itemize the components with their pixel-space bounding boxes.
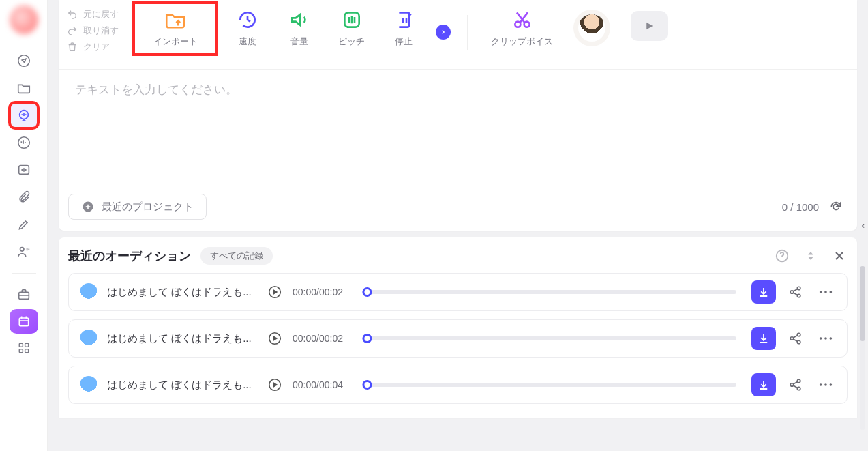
scissors-icon: [511, 8, 534, 31]
row-play-button[interactable]: [267, 330, 283, 347]
volume-button[interactable]: 音量: [280, 4, 319, 53]
help-button[interactable]: [774, 248, 790, 264]
scrollbar-thumb[interactable]: [860, 266, 865, 341]
folder-import-icon: [164, 8, 187, 31]
sidebar-item-voice-active[interactable]: [10, 102, 38, 128]
sort-button[interactable]: [803, 248, 819, 264]
row-progress-knob[interactable]: [362, 287, 372, 297]
voice-avatar[interactable]: [573, 10, 610, 46]
redo-button[interactable]: 取り消す: [67, 23, 131, 38]
sidebar: [0, 0, 48, 451]
row-time: 00:00/00:04: [293, 379, 351, 390]
pitch-label: ピッチ: [338, 35, 365, 48]
row-progress-track[interactable]: [366, 290, 736, 294]
sidebar-divider: [12, 273, 36, 274]
close-button[interactable]: [831, 248, 848, 264]
speed-icon: [236, 8, 259, 31]
svg-rect-6: [19, 318, 28, 326]
svg-point-28: [824, 337, 827, 340]
sidebar-item-briefcase[interactable]: [10, 282, 38, 308]
svg-point-21: [824, 291, 827, 293]
speed-button[interactable]: 速度: [228, 4, 267, 53]
editor-bottom-row: 最近のプロジェクト 0 / 1000: [59, 187, 857, 231]
row-more-button[interactable]: [815, 328, 836, 349]
row-progress-track[interactable]: [366, 383, 736, 387]
volume-label: 音量: [290, 35, 308, 48]
toolbar-divider: [467, 15, 468, 50]
counter-current: 0: [782, 201, 788, 213]
auditions-title: 最近のオーディション: [68, 248, 191, 264]
row-avatar: [80, 330, 98, 347]
row-share-button[interactable]: [785, 375, 806, 395]
row-play-button[interactable]: [267, 377, 283, 393]
row-progress-knob[interactable]: [362, 334, 372, 343]
svg-point-27: [820, 337, 822, 340]
row-more-button[interactable]: [815, 375, 836, 395]
row-download-button[interactable]: [751, 373, 776, 396]
sidebar-item-waveform[interactable]: [10, 130, 38, 156]
svg-point-34: [820, 383, 822, 386]
row-title: はじめまして ぼくはドラえも...: [107, 379, 257, 392]
clip-voice-label: クリップボイス: [491, 35, 553, 48]
svg-rect-10: [25, 349, 28, 353]
pitch-button[interactable]: ピッチ: [331, 4, 372, 53]
sidebar-item-compass[interactable]: [10, 48, 38, 74]
recent-projects-label: 最近のプロジェクト: [102, 201, 194, 214]
play-button[interactable]: [631, 11, 668, 41]
svg-point-20: [820, 291, 822, 293]
row-download-button[interactable]: [751, 280, 776, 304]
row-play-button[interactable]: [267, 284, 283, 300]
pause-label: 停止: [395, 35, 413, 48]
sidebar-item-attachment[interactable]: [10, 184, 38, 210]
row-download-button[interactable]: [751, 327, 776, 350]
row-progress-knob[interactable]: [362, 380, 372, 390]
svg-point-4: [20, 248, 24, 252]
toolbar-more-chevron[interactable]: [436, 25, 451, 40]
sidebar-item-pen[interactable]: [10, 212, 38, 237]
toolbar: 元に戻す 取り消す クリア: [59, 0, 857, 70]
svg-point-35: [824, 383, 827, 386]
sidebar-item-folder[interactable]: [10, 75, 38, 101]
volume-icon: [288, 8, 311, 31]
pitch-icon: [340, 8, 363, 31]
svg-rect-9: [19, 349, 23, 353]
clip-voice-button[interactable]: クリップボイス: [484, 4, 560, 53]
row-share-button[interactable]: [785, 282, 806, 302]
recent-projects-button[interactable]: 最近のプロジェクト: [68, 194, 207, 220]
svg-point-2: [18, 137, 29, 149]
pause-button[interactable]: 停止: [384, 4, 423, 53]
import-button[interactable]: インポート: [135, 4, 215, 53]
editor-card: 元に戻す 取り消す クリア: [59, 0, 857, 231]
clear-button[interactable]: クリア: [67, 40, 131, 55]
counter-max: 1000: [796, 201, 819, 213]
refresh-button[interactable]: [828, 199, 843, 214]
all-records-pill[interactable]: すべての記録: [200, 247, 273, 265]
vertical-scrollbar[interactable]: [860, 266, 865, 430]
row-title: はじめまして ぼくはドラえも...: [107, 332, 257, 345]
row-progress-track[interactable]: [366, 336, 736, 340]
svg-rect-7: [19, 343, 23, 347]
auditions-panel: 最近のオーディション すべての記録 はじめまして ぼくはドラえも...: [59, 237, 857, 418]
row-time: 00:00/00:02: [293, 333, 351, 344]
svg-point-13: [524, 22, 529, 27]
auditions-header: 最近のオーディション すべての記録: [68, 247, 848, 265]
sidebar-item-apps-grid[interactable]: [10, 335, 38, 361]
row-more-button[interactable]: [815, 282, 836, 302]
tool-group: インポート 速度 音量: [135, 4, 560, 53]
undo-button[interactable]: 元に戻す: [67, 7, 131, 22]
plus-circle-icon: [81, 200, 95, 214]
redo-label: 取り消す: [83, 25, 119, 37]
sidebar-item-person-voice[interactable]: [10, 239, 38, 265]
audition-row: はじめまして ぼくはドラえも... 00:00/00:02: [68, 319, 848, 358]
row-avatar: [80, 376, 98, 394]
collapse-right-handle[interactable]: [858, 211, 868, 241]
row-share-button[interactable]: [785, 328, 806, 349]
sidebar-item-calendar-cta[interactable]: [10, 309, 38, 334]
text-input[interactable]: [75, 82, 841, 177]
svg-point-0: [18, 55, 29, 67]
undo-label: 元に戻す: [83, 8, 119, 20]
history-controls: 元に戻す 取り消す クリア: [67, 4, 135, 55]
row-time: 00:00/00:02: [293, 287, 351, 297]
sidebar-item-equalizer[interactable]: [10, 157, 38, 183]
app-logo: [10, 5, 38, 34]
